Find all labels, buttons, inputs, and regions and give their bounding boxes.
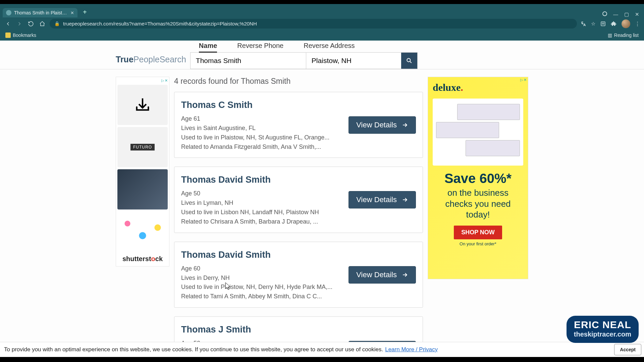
site-logo[interactable]: TruePeopleSearch	[116, 55, 186, 69]
result-name: Thomas David Smith	[181, 173, 319, 187]
arrow-right-icon	[401, 196, 408, 203]
ad-promo-subline: on the business checks you need today!	[433, 187, 523, 220]
result-lives: Lives in Lyman, NH	[181, 198, 319, 208]
nav-home-button[interactable]	[38, 20, 46, 28]
result-card[interactable]: Thomas David Smith Age 60 Lives in Derry…	[174, 242, 423, 308]
result-lives: Lives in Saint Augustine, FL	[181, 124, 329, 133]
cookie-learn-more-link[interactable]: Learn More / Privacy	[385, 346, 438, 353]
search-submit-button[interactable]	[401, 53, 417, 69]
results-heading: 4 records found for Thomas Smith	[174, 77, 423, 86]
tab-close-icon[interactable]: ✕	[70, 10, 74, 15]
cookie-accept-button[interactable]: Accept	[614, 344, 641, 355]
search-tab-reverse-phone[interactable]: Reverse Phone	[237, 41, 283, 52]
search-icon	[406, 57, 413, 64]
search-location-input[interactable]	[306, 53, 401, 69]
result-name: Thomas C Smith	[181, 98, 329, 112]
result-used-to-live: Used to live in Plaistow, NH, Derry NH, …	[181, 283, 332, 292]
svg-rect-2	[602, 24, 604, 24]
chrome-menu-icon[interactable]: ⋮	[635, 21, 640, 27]
right-ad-panel[interactable]: ▷ ✕ deluxe. Save 60%* on the business ch…	[428, 77, 528, 279]
result-related: Related to Amanda Fitzgerald Smith, Ana …	[181, 142, 329, 152]
window-maximize-icon[interactable]: ▢	[624, 11, 629, 17]
arrow-right-icon	[401, 122, 408, 128]
result-name: Thomas David Smith	[181, 248, 332, 262]
extensions-icon[interactable]	[611, 21, 617, 27]
search-tab-reverse-address[interactable]: Reverse Address	[304, 41, 355, 52]
cookie-banner: To provide you with an optimal experienc…	[0, 342, 644, 357]
result-card[interactable]: Thomas C Smith Age 61 Lives in Saint Aug…	[174, 92, 423, 158]
result-used-to-live: Used to live in Plaistow, NH, St Augusti…	[181, 133, 329, 142]
skiptracer-watermark: ERIC NEAL theskiptracer.com	[567, 316, 639, 343]
left-ad-panel[interactable]: ▷ ✕ FUTURO shutterstock	[116, 77, 169, 266]
new-tab-button[interactable]: +	[80, 7, 90, 17]
user-indicator-icon[interactable]	[602, 11, 607, 16]
result-related: Related to Chrisara A Smith, Barbara J D…	[181, 217, 319, 227]
ad-image-photo	[117, 169, 168, 209]
ad-shop-now-button[interactable]: SHOP NOW	[454, 226, 502, 239]
view-details-button[interactable]: View Details	[348, 116, 416, 134]
svg-point-3	[407, 58, 410, 62]
tab-title: Thomas Smith in Plaistow, NH	[14, 10, 68, 15]
search-name-input[interactable]	[191, 53, 306, 69]
browser-tab[interactable]: Thomas Smith in Plaistow, NH ✕	[3, 8, 77, 17]
cookie-text: To provide you with an optimal experienc…	[4, 346, 383, 353]
result-age: Age 60	[181, 264, 332, 274]
translate-icon[interactable]	[580, 21, 586, 27]
ad-image-download-icon	[117, 85, 168, 125]
bookmarks-label: Bookmarks	[13, 33, 36, 38]
view-details-button[interactable]: View Details	[348, 266, 416, 284]
nav-reload-button[interactable]	[27, 20, 35, 28]
view-details-button[interactable]: View Details	[348, 191, 416, 208]
nav-back-button[interactable]	[4, 20, 12, 28]
svg-rect-1	[602, 23, 604, 23]
ad-promo-headline: Save 60%*	[433, 171, 523, 186]
result-card[interactable]: Thomas David Smith Age 50 Lives in Lyman…	[174, 167, 423, 233]
ad-brand-shutterstock: shutterstock	[117, 255, 168, 263]
search-tab-name[interactable]: Name	[199, 41, 217, 53]
ad-image-checks	[433, 99, 523, 166]
bookmarks-bar-button[interactable]: Bookmarks	[5, 33, 36, 38]
result-age: Age 61	[181, 114, 329, 124]
result-lives: Lives in Derry, NH	[181, 274, 332, 283]
omnibox[interactable]: 🔒 truepeoplesearch.com/results?name=Thom…	[50, 19, 577, 28]
ad-image-icons-grid: FUTURO	[117, 127, 168, 167]
bookmark-star-icon[interactable]: ☆	[591, 21, 595, 27]
result-used-to-live: Used to live in Lisbon NH, Landaff NH, P…	[181, 208, 319, 217]
bookmarks-folder-icon	[5, 33, 11, 38]
adchoices-icon[interactable]: ▷	[161, 78, 164, 83]
reader-icon[interactable]	[600, 21, 606, 27]
reading-list-icon: ▥	[608, 33, 612, 38]
window-close-icon[interactable]: ✕	[635, 11, 639, 17]
profile-avatar[interactable]	[622, 19, 630, 28]
reading-list-button[interactable]: ▥ Reading list	[608, 33, 639, 38]
nav-forward-button[interactable]	[15, 20, 23, 28]
ad-close-icon[interactable]: ✕	[165, 78, 168, 83]
tab-favicon	[6, 10, 11, 15]
ad-fine-print: On your first order*	[433, 241, 523, 246]
arrow-right-icon	[401, 272, 408, 278]
omnibox-url: truepeoplesearch.com/results?name=Thomas…	[63, 21, 257, 26]
lock-icon: 🔒	[54, 21, 60, 26]
result-age: Age 50	[181, 189, 319, 198]
result-name: Thomas J Smith	[181, 323, 332, 337]
result-related: Related to Tami A Smith, Abbey M Smith, …	[181, 292, 332, 301]
ad-close-icon[interactable]: ✕	[524, 78, 527, 82]
ad-image-charts	[117, 212, 168, 252]
adchoices-icon[interactable]: ▷	[520, 78, 523, 82]
window-minimize-icon[interactable]: ―	[613, 11, 618, 17]
reading-list-label: Reading list	[614, 33, 639, 38]
ad-logo-deluxe: deluxe.	[433, 82, 523, 93]
